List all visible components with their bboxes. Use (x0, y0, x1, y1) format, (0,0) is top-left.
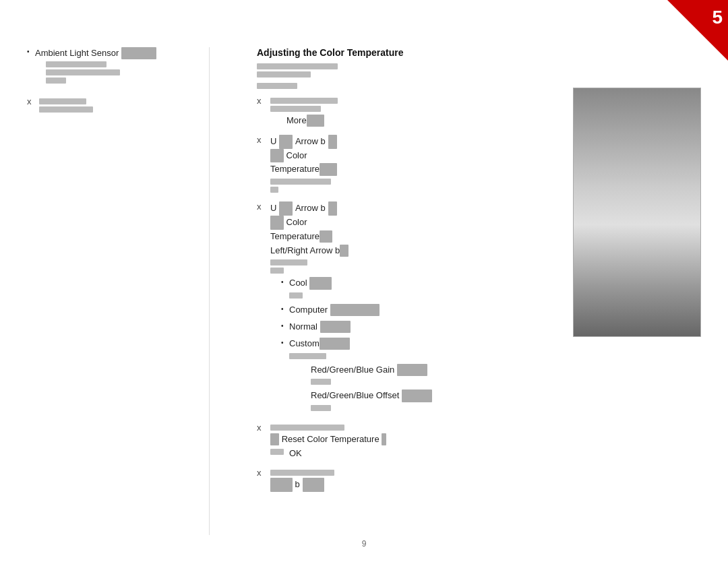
left-numbered-item: x (27, 96, 189, 115)
step2-temp: Temperature (270, 164, 320, 174)
step2-blk4: xxxx (320, 163, 337, 175)
step4-row3: OK (270, 447, 701, 461)
custom-sub-items: Red/Green/Blue Gain xxxxxxx Red/Green/Bl… (311, 363, 432, 412)
monitor-gradient (573, 88, 701, 337)
left-line1 (39, 98, 86, 104)
custom-blk: xxxxxxx (320, 338, 351, 350)
cool-blk: xxxxx (309, 277, 332, 289)
step-5-num: x (257, 468, 270, 478)
sub-blurred-2 (257, 71, 311, 77)
cool-label: Cool (289, 278, 309, 288)
normal-label: Normal (289, 321, 320, 332)
step3-blk5: xx (340, 245, 348, 257)
step3-line6 (270, 268, 284, 274)
step-5-content: xxxxx bxxxxx (270, 468, 701, 492)
step1-line1 (270, 98, 338, 104)
step3-line5 (270, 259, 307, 266)
step3-temp: Temperature (270, 231, 320, 241)
custom-content: Customxxxxxxx Red/Green/Blue Gain xxxxxx… (289, 337, 432, 413)
step-3-num: x (257, 201, 270, 212)
step4-row2: xx Reset Color Temperature x (270, 433, 701, 447)
step3-leftright: Left/Right Arrow b (270, 245, 340, 255)
ambient-sub-line1 (46, 61, 107, 67)
step3-blk2: xx (328, 201, 337, 216)
custom-dot: • (281, 338, 289, 348)
step-2-num: x (257, 135, 270, 145)
cool-dot: • (281, 277, 289, 288)
bullet-custom: • Customxxxxxxx Red/Green/Blue Gain xxxx… (281, 337, 701, 413)
step4-blk2: x (382, 433, 386, 445)
step2-color: Color (286, 149, 307, 163)
step2-use: U (270, 135, 276, 149)
left-num-label: x (27, 96, 39, 106)
step3-use: U (270, 201, 276, 216)
rgb-offset-line (311, 405, 331, 411)
step-5: x xxxxx bxxxxx (257, 468, 701, 492)
left-num-row: x (27, 96, 189, 115)
rgb-gain-label: Red/Green/Blue Gain (311, 365, 397, 375)
ambient-blurred: xxxxxxxx (121, 47, 156, 59)
step4-blk: xx (270, 433, 279, 445)
step-1-num: x (257, 96, 270, 106)
step3-color: Color (286, 216, 307, 230)
step2-blk2: xx (328, 135, 337, 149)
computer-blk: xxxxxxPC xx (330, 304, 380, 316)
column-separator (209, 47, 210, 535)
step2-blk3: xxx (270, 149, 284, 163)
step3-blk4: xxx (320, 230, 333, 243)
step4-reset: Reset Color Temperature (282, 434, 382, 444)
computer-content: Computer xxxxxxPC xx (289, 303, 380, 317)
step-4-content: xx Reset Color Temperature x OK (270, 423, 701, 461)
left-column: • Ambient Light Sensor xxxxxxxx x (27, 47, 189, 535)
rgb-gain-item: Red/Green/Blue Gain xxxxxxx (311, 363, 432, 385)
custom-line (289, 353, 326, 359)
rgb-gain-line (311, 379, 331, 385)
monitor-image (573, 88, 701, 337)
step5-exit: b (295, 478, 300, 492)
step3-blk3: xxx (270, 216, 284, 230)
step1-blk: xxxx (307, 115, 324, 127)
todo-line (257, 83, 297, 89)
step1-more: More (286, 115, 307, 125)
custom-label: Custom (289, 338, 320, 348)
step5-blk2: xxxxx (303, 478, 325, 492)
rgb-offset-label: Red/Green/Blue Offset (311, 390, 402, 400)
bullet-dot: • (27, 48, 35, 55)
step4-ok: OK (289, 447, 302, 461)
step4-blk3 (270, 449, 284, 455)
cool-line (289, 292, 303, 299)
computer-label: Computer (289, 305, 330, 315)
step2-blk1: xxx (279, 135, 293, 149)
normal-blk: xxxxxxx (320, 321, 351, 333)
rgb-offset-blk: xxxxxxx (402, 389, 433, 402)
normal-content: Normal xxxxxxx (289, 320, 351, 334)
step1-line2 (270, 106, 321, 112)
step2-arrow: Arrow b (295, 135, 326, 149)
rgb-offset-item: Red/Green/Blue Offset xxxxxxx (311, 389, 432, 411)
step3-blk1: xxx (279, 201, 293, 216)
step2-line4 (270, 179, 331, 185)
ambient-sub (46, 61, 156, 84)
step-4-num: x (257, 423, 270, 433)
ambient-sub-line3 (46, 77, 66, 84)
rgb-gain-blk: xxxxxxx (397, 364, 428, 376)
ambient-light-label: Ambient Light Sensor (35, 48, 121, 58)
bottom-page-number: 9 (362, 539, 367, 549)
cool-content: Cool xxxxx (289, 276, 332, 301)
step4-line1 (270, 425, 344, 431)
bullet-ambient-light: • Ambient Light Sensor xxxxxxxx (27, 47, 189, 86)
computer-dot: • (281, 304, 289, 315)
step3-arrow: Arrow b (295, 201, 326, 216)
left-line2 (39, 106, 93, 113)
sub-blurred-1 (257, 63, 338, 69)
step5-blk: xxxxx (270, 478, 293, 492)
step2-line5 (270, 187, 278, 193)
ambient-sub-line2 (46, 69, 120, 75)
ambient-light-content: Ambient Light Sensor xxxxxxxx (35, 47, 156, 86)
left-num-content (39, 96, 93, 115)
step-4: x xx Reset Color Temperature x OK (257, 423, 701, 461)
subtitle-blurred (257, 63, 701, 77)
step5-line1 (270, 470, 334, 476)
normal-dot: • (281, 321, 289, 332)
page-number: 5 (712, 7, 723, 28)
